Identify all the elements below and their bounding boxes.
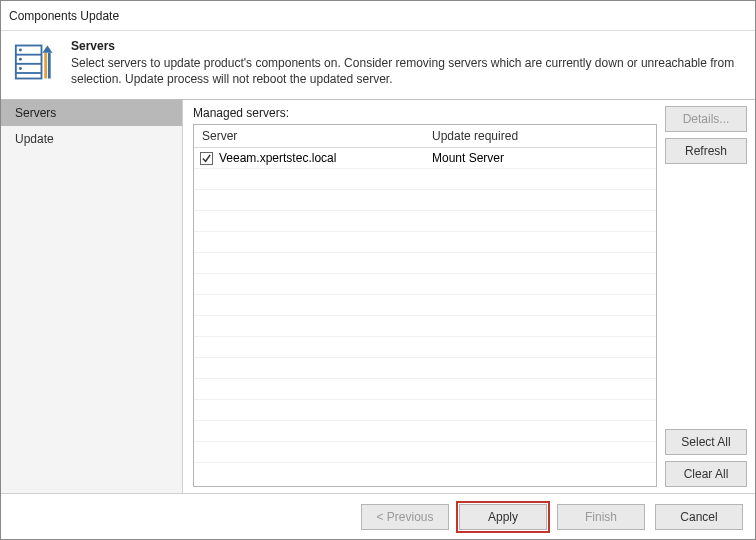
window-title: Components Update — [9, 9, 707, 23]
nav-item-update[interactable]: Update — [1, 126, 182, 152]
header: Servers Select servers to update product… — [1, 31, 755, 99]
header-description: Select servers to update product's compo… — [71, 55, 743, 87]
table-row — [194, 274, 656, 295]
nav-item-servers[interactable]: Servers — [1, 100, 182, 126]
table-row — [194, 211, 656, 232]
refresh-button[interactable]: Refresh — [665, 138, 747, 164]
footer: < Previous Apply Finish Cancel — [1, 493, 755, 539]
table-row — [194, 421, 656, 442]
spacer — [665, 170, 747, 423]
select-all-button[interactable]: Select All — [665, 429, 747, 455]
svg-point-7 — [19, 58, 22, 61]
table-row — [194, 379, 656, 400]
header-text: Servers Select servers to update product… — [71, 39, 743, 87]
table-row — [194, 253, 656, 274]
details-button: Details... — [665, 106, 747, 132]
table-row — [194, 337, 656, 358]
update-required-cell: Mount Server — [424, 151, 656, 165]
body: Servers Update Managed servers: Server U… — [1, 99, 755, 493]
table-row — [194, 442, 656, 463]
title-bar: Components Update — [1, 1, 755, 31]
nav-item-label: Update — [15, 132, 54, 146]
dialog-window: Components Update Servers Sel — [0, 0, 756, 540]
wizard-nav: Servers Update — [1, 100, 183, 493]
grid-header: Server Update required — [194, 125, 656, 148]
check-icon — [201, 153, 212, 164]
nav-item-label: Servers — [15, 106, 56, 120]
table-row — [194, 358, 656, 379]
managed-servers-label: Managed servers: — [193, 106, 657, 120]
table-row[interactable]: Veeam.xpertstec.local Mount Server — [194, 148, 656, 169]
svg-point-8 — [19, 67, 22, 70]
clear-all-button[interactable]: Clear All — [665, 461, 747, 487]
column-header-server[interactable]: Server — [194, 125, 424, 147]
header-heading: Servers — [71, 39, 743, 53]
column-header-update-required[interactable]: Update required — [424, 125, 656, 147]
cancel-button[interactable]: Cancel — [655, 504, 743, 530]
svg-rect-10 — [48, 53, 51, 79]
server-update-icon — [13, 39, 59, 85]
svg-marker-11 — [42, 46, 52, 53]
finish-button: Finish — [557, 504, 645, 530]
svg-rect-9 — [44, 53, 47, 79]
content-main: Managed servers: Server Update required … — [193, 106, 657, 487]
close-button[interactable] — [707, 2, 747, 30]
table-row — [194, 232, 656, 253]
row-checkbox[interactable] — [200, 152, 213, 165]
table-row — [194, 190, 656, 211]
previous-button: < Previous — [361, 504, 449, 530]
apply-button[interactable]: Apply — [459, 504, 547, 530]
content-area: Managed servers: Server Update required … — [183, 100, 755, 493]
table-row — [194, 169, 656, 190]
table-row — [194, 295, 656, 316]
server-name: Veeam.xpertstec.local — [219, 151, 336, 165]
table-row — [194, 400, 656, 421]
table-row — [194, 316, 656, 337]
servers-grid: Server Update required Veeam.xpertstec.l… — [193, 124, 657, 487]
svg-point-6 — [19, 49, 22, 52]
side-buttons: Details... Refresh Select All Clear All — [657, 106, 747, 487]
